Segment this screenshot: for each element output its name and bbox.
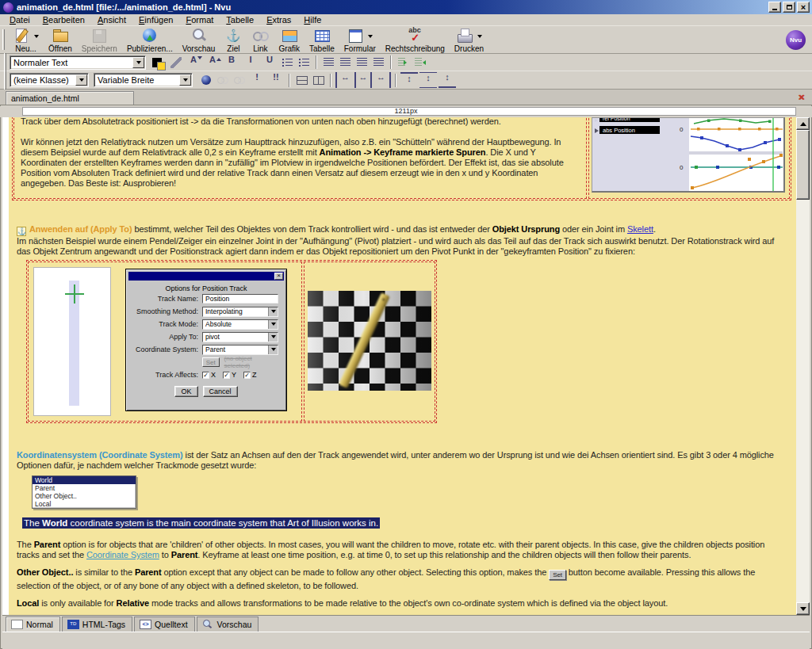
dialog-close-icon: ×	[274, 273, 283, 280]
dialog-row: Smoothing Method: Interpolating	[129, 305, 278, 318]
align-center-icon[interactable]	[338, 55, 353, 70]
menu-bearbeiten[interactable]: Bearbeiten	[36, 14, 91, 25]
dialog-row: Coordinate System: Parent	[129, 343, 278, 356]
text-color-swatch-icon[interactable]	[151, 55, 167, 70]
font-select[interactable]: Variable Breite	[94, 73, 193, 87]
bullet-list-icon[interactable]	[297, 55, 312, 70]
decrease-width-icon[interactable]: ↔	[335, 73, 353, 88]
ruler: 1211px	[0, 106, 812, 117]
minimize-button[interactable]	[768, 2, 781, 13]
dialog-heading: Options for Position Track	[126, 284, 286, 292]
dropdown-arrow-icon[interactable]	[477, 35, 482, 40]
underline-icon[interactable]: U	[261, 55, 278, 70]
scrollbar-thumb[interactable]	[796, 130, 810, 200]
doc-text: Parent	[34, 540, 61, 549]
menu-datei[interactable]: Datei	[3, 14, 36, 25]
document-tab[interactable]: animation_de.html	[6, 91, 134, 105]
increase-font-size-icon[interactable]: A	[204, 55, 221, 70]
link-button[interactable]: Link	[247, 27, 274, 53]
table-split-icon[interactable]	[311, 73, 326, 88]
emphasis-icon[interactable]: !	[248, 73, 266, 88]
new-button[interactable]: Neu...	[8, 27, 44, 53]
nvu-app-icon	[3, 2, 13, 13]
toolbar-grip[interactable]	[4, 71, 6, 92]
scroll-down-button[interactable]	[796, 602, 810, 615]
menu-tabelle[interactable]: Tabelle	[220, 14, 260, 25]
image-button[interactable]: Grafik	[274, 27, 304, 53]
italic-icon[interactable]: I	[242, 55, 259, 70]
spellcheck-button[interactable]: Rechtschreibung	[381, 27, 450, 53]
editor-canvas[interactable]: Track über dem Absolutetrack positionier…	[2, 117, 796, 615]
menu-einfuegen[interactable]: Einfügen	[132, 14, 179, 25]
anchor-target-button[interactable]: ⚓ Ziel	[220, 27, 247, 53]
menu-ansicht[interactable]: Ansicht	[91, 14, 132, 25]
highlight-color-icon[interactable]	[168, 55, 183, 70]
doc-text: The	[17, 540, 34, 549]
open-button[interactable]: Öffnen	[44, 27, 77, 53]
save-button[interactable]: Speichern	[77, 27, 122, 53]
doc-link[interactable]: Coordinate System	[86, 550, 159, 559]
align-middle-icon[interactable]: ↕	[419, 73, 437, 88]
auto-width-icon[interactable]: ↔	[354, 73, 372, 88]
separator	[316, 55, 317, 69]
dropdown-arrow-icon[interactable]	[34, 35, 39, 40]
css-class-select[interactable]: (keine Klasse)	[10, 73, 89, 87]
doc-text: Im nächsten Beispiel wurde einem Pendel/…	[17, 236, 774, 256]
vertical-scrollbar[interactable]	[796, 117, 810, 615]
tab-vorschau[interactable]: Vorschau	[197, 617, 259, 632]
save-floppy-icon	[90, 28, 108, 44]
restore-button[interactable]	[783, 2, 795, 13]
status-bar	[2, 632, 810, 649]
close-tab-icon[interactable]: ×	[798, 92, 804, 102]
tab-html-tags[interactable]: HTML-Tags	[62, 617, 132, 632]
decrease-font-size-icon[interactable]: A	[185, 55, 202, 70]
menu-format[interactable]: Format	[179, 14, 220, 25]
track-mode-select: Absolute	[202, 319, 278, 330]
plotview-screenshot-image: rel Position abs Position	[592, 117, 785, 193]
tab-normal[interactable]: Normal	[6, 617, 60, 632]
indent-icon[interactable]	[396, 55, 411, 70]
preview-button[interactable]: Vorschau	[178, 27, 220, 53]
doc-text: option except that any object can be mad…	[162, 567, 550, 577]
align-justify-icon[interactable]	[371, 55, 386, 70]
tab-quelltext[interactable]: Quelltext	[134, 617, 194, 632]
dialog-set-row: Set (no object selected)	[129, 356, 278, 368]
strong-emphasis-icon[interactable]: !!	[267, 73, 285, 88]
checkbox-x: ✓X	[202, 371, 216, 379]
table-join-icon[interactable]	[294, 73, 309, 88]
outdent-icon[interactable]	[412, 55, 427, 70]
publish-button[interactable]: Publizieren...	[122, 27, 178, 53]
remove-anchor-icon[interactable]	[232, 73, 247, 88]
paragraph-format-select[interactable]: Normaler Text	[10, 55, 146, 70]
inline-set-button-image[interactable]: Set	[549, 570, 566, 580]
new-document-icon	[13, 28, 30, 44]
toolbar-grip[interactable]	[2, 29, 5, 50]
menu-extras[interactable]: Extras	[260, 14, 297, 25]
align-left-icon[interactable]	[321, 55, 336, 70]
close-button[interactable]: ×	[797, 2, 810, 13]
paragraph: Track über dem Absolutetrack positionier…	[21, 117, 580, 127]
dropdown-arrow-icon[interactable]	[368, 35, 373, 40]
align-bottom-icon[interactable]: ↕	[439, 73, 456, 88]
doc-text: is only available for	[39, 598, 116, 608]
bold-icon[interactable]: B	[223, 55, 240, 70]
numbered-list-icon[interactable]	[280, 55, 295, 70]
chevron-down-icon[interactable]	[179, 74, 191, 86]
table-button[interactable]: Tabelle	[304, 27, 339, 53]
window-controls: ×	[768, 2, 810, 13]
chevron-down-icon[interactable]	[75, 74, 87, 86]
print-button[interactable]: Drucken	[450, 27, 488, 53]
doc-link[interactable]: Skelett	[627, 224, 653, 234]
align-right-icon[interactable]	[354, 55, 370, 70]
format-toolbar-1: Normaler Text AABIU	[0, 54, 812, 71]
chevron-down-icon[interactable]	[132, 57, 144, 68]
increase-width-icon[interactable]: ↔	[373, 73, 391, 88]
scroll-up-button[interactable]	[796, 117, 810, 130]
align-top-icon[interactable]: ↕	[400, 73, 418, 88]
insert-link-globe-icon[interactable]	[198, 73, 213, 88]
menu-hilfe[interactable]: Hilfe	[297, 14, 327, 25]
paragraph: ⚓Anwenden auf (Apply To) bestimmt, welch…	[17, 224, 788, 236]
unlink-icon[interactable]	[215, 73, 230, 88]
form-button[interactable]: Formular	[339, 27, 381, 53]
doc-text: bestimmt, welcher Teil des Objektes von …	[132, 224, 492, 234]
